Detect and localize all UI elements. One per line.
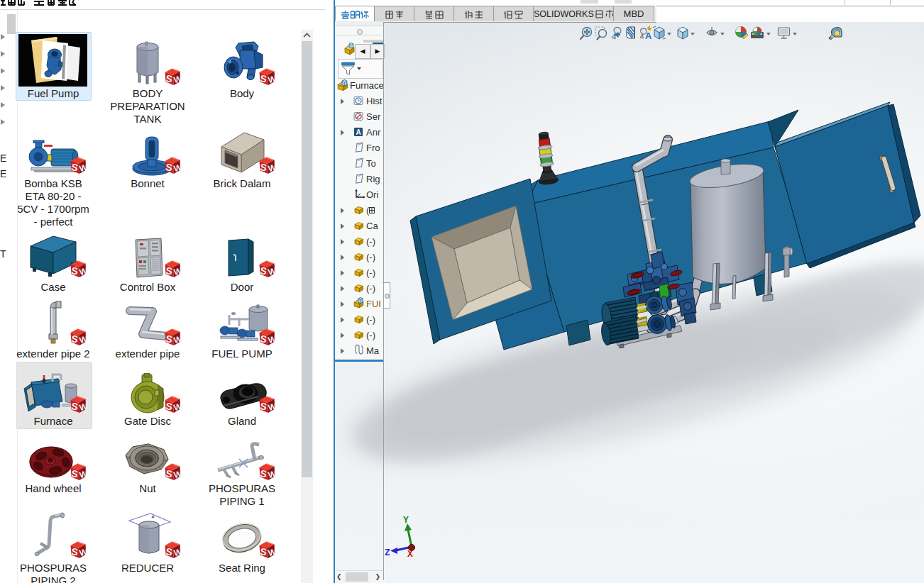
svg-text:X: X	[407, 549, 413, 560]
svg-text:A: A	[645, 30, 652, 41]
svg-text:Z: Z	[385, 548, 390, 558]
svg-text:▲: ▲	[150, 513, 155, 518]
svg-text:A: A	[356, 128, 361, 136]
svg-text:Y: Y	[403, 515, 409, 526]
